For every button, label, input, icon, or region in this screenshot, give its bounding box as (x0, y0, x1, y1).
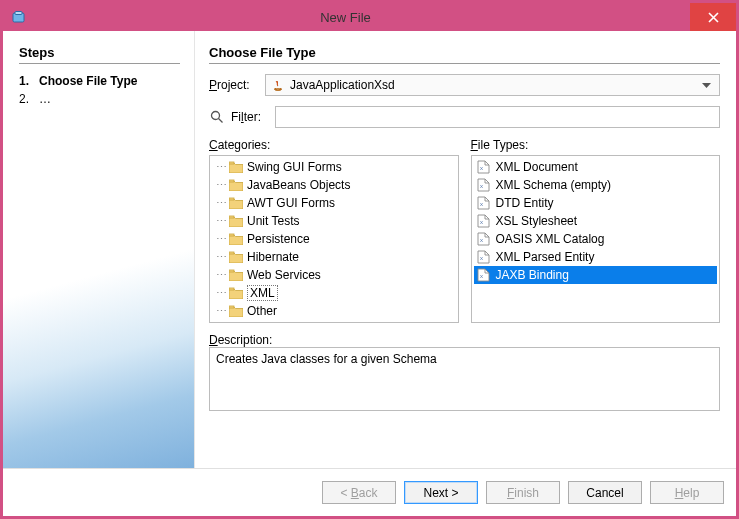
category-label: Unit Tests (247, 214, 299, 228)
svg-rect-10 (229, 252, 234, 254)
file-icon: x (476, 267, 492, 283)
project-label: Project: (209, 78, 259, 92)
filetype-label: OASIS XML Catalog (496, 232, 605, 246)
category-item[interactable]: ⋯Hibernate (212, 248, 456, 266)
tree-expand-icon: ⋯ (214, 233, 228, 246)
filetypes-listbox[interactable]: xXML DocumentxXML Schema (empty)xDTD Ent… (471, 155, 721, 323)
category-item[interactable]: ⋯Web Services (212, 266, 456, 284)
filetype-item[interactable]: xOASIS XML Catalog (474, 230, 718, 248)
folder-icon (228, 195, 244, 211)
tree-expand-icon: ⋯ (214, 287, 228, 300)
svg-rect-8 (229, 216, 234, 218)
description-area: Description: Creates Java classes for a … (209, 333, 720, 411)
category-label: Web Services (247, 268, 321, 282)
file-icon: x (476, 231, 492, 247)
tree-expand-icon: ⋯ (214, 215, 228, 228)
file-icon: x (476, 177, 492, 193)
category-item[interactable]: ⋯Swing GUI Forms (212, 158, 456, 176)
filetype-label: DTD Entity (496, 196, 554, 210)
svg-point-3 (212, 112, 220, 120)
filetype-label: XML Document (496, 160, 578, 174)
categories-column: Categories: ⋯Swing GUI Forms⋯JavaBeans O… (209, 138, 459, 323)
help-button: Help (650, 481, 724, 504)
filetype-label: XSL Stylesheet (496, 214, 578, 228)
filetype-item[interactable]: xXML Parsed Entity (474, 248, 718, 266)
folder-icon (228, 213, 244, 229)
filetype-label: JAXB Binding (496, 268, 569, 282)
project-combobox[interactable]: JavaApplicationXsd (265, 74, 720, 96)
tree-expand-icon: ⋯ (214, 251, 228, 264)
svg-rect-6 (229, 180, 234, 182)
description-box: Creates Java classes for a given Schema (209, 347, 720, 411)
button-bar: < Back Next > Finish Cancel Help (3, 468, 736, 516)
folder-icon (228, 177, 244, 193)
category-item[interactable]: ⋯JavaBeans Objects (212, 176, 456, 194)
window-title: New File (1, 10, 690, 25)
back-button: < Back (322, 481, 396, 504)
steps-list: 1. Choose File Type 2. … (19, 72, 180, 108)
project-row: Project: JavaApplicationXsd (209, 74, 720, 96)
cancel-button[interactable]: Cancel (568, 481, 642, 504)
filetype-item[interactable]: xXML Document (474, 158, 718, 176)
main-heading: Choose File Type (209, 45, 720, 64)
category-item[interactable]: ⋯Unit Tests (212, 212, 456, 230)
category-item[interactable]: ⋯AWT GUI Forms (212, 194, 456, 212)
categories-label: Categories: (209, 138, 459, 152)
description-label: Description: (209, 333, 272, 347)
tree-expand-icon: ⋯ (214, 269, 228, 282)
category-item[interactable]: ⋯Other (212, 302, 456, 320)
categories-listbox[interactable]: ⋯Swing GUI Forms⋯JavaBeans Objects⋯AWT G… (209, 155, 459, 323)
category-item[interactable]: ⋯Persistence (212, 230, 456, 248)
filetype-label: XML Parsed Entity (496, 250, 595, 264)
folder-icon (228, 231, 244, 247)
filetype-item[interactable]: xJAXB Binding (474, 266, 718, 284)
file-icon: x (476, 249, 492, 265)
svg-rect-12 (229, 288, 234, 290)
project-value: JavaApplicationXsd (290, 78, 697, 92)
dropdown-icon (697, 78, 715, 92)
svg-text:x: x (480, 219, 483, 225)
filter-row: Filter: (209, 106, 720, 128)
svg-rect-5 (229, 162, 234, 164)
svg-rect-9 (229, 234, 234, 236)
main-pane: Choose File Type Project: JavaApplicatio… (195, 31, 736, 468)
filetypes-column: File Types: xXML DocumentxXML Schema (em… (471, 138, 721, 323)
file-icon: x (476, 159, 492, 175)
step-choose-file-type: 1. Choose File Type (19, 72, 180, 90)
svg-text:x: x (480, 201, 483, 207)
file-icon: x (476, 213, 492, 229)
svg-rect-7 (229, 198, 234, 200)
svg-text:x: x (480, 273, 483, 279)
folder-icon (228, 285, 244, 301)
category-item[interactable]: ⋯XML (212, 284, 456, 302)
filter-label: Filter: (231, 110, 269, 124)
titlebar: New File (3, 3, 736, 31)
svg-line-4 (219, 119, 223, 123)
tree-expand-icon: ⋯ (214, 161, 228, 174)
category-label: AWT GUI Forms (247, 196, 335, 210)
filetype-label: XML Schema (empty) (496, 178, 612, 192)
steps-pane: Steps 1. Choose File Type 2. … (3, 31, 195, 468)
svg-text:x: x (480, 237, 483, 243)
file-icon: x (476, 195, 492, 211)
filter-input[interactable] (275, 106, 720, 128)
category-label: Swing GUI Forms (247, 160, 342, 174)
folder-icon (228, 303, 244, 319)
filetype-item[interactable]: xDTD Entity (474, 194, 718, 212)
wizard-window: New File Steps 1. Choose File Type 2. … … (0, 0, 739, 519)
next-button[interactable]: Next > (404, 481, 478, 504)
category-label: Persistence (247, 232, 310, 246)
filetype-item[interactable]: xXML Schema (empty) (474, 176, 718, 194)
svg-text:x: x (480, 183, 483, 189)
svg-rect-11 (229, 270, 234, 272)
finish-button: Finish (486, 481, 560, 504)
close-button[interactable] (690, 3, 736, 31)
step-next: 2. … (19, 90, 180, 108)
svg-text:x: x (480, 165, 483, 171)
steps-heading: Steps (19, 45, 180, 64)
tree-expand-icon: ⋯ (214, 305, 228, 318)
tree-expand-icon: ⋯ (214, 197, 228, 210)
category-label: JavaBeans Objects (247, 178, 350, 192)
lists-row: Categories: ⋯Swing GUI Forms⋯JavaBeans O… (209, 138, 720, 323)
filetype-item[interactable]: xXSL Stylesheet (474, 212, 718, 230)
